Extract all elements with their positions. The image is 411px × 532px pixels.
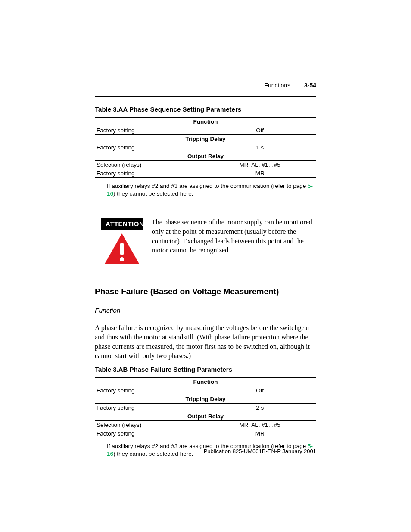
- function-subheading: Function: [95, 307, 316, 314]
- cell-label: Factory setting: [95, 386, 203, 395]
- cell-value: Off: [203, 386, 316, 395]
- cell-label: Factory setting: [95, 429, 203, 438]
- table-aa-title: Table 3.AA Phase Sequence Setting Parame…: [95, 106, 316, 113]
- attention-left: ATTENTION: [95, 218, 149, 267]
- table-row: Selection (relays) MR, AL, #1…#5: [95, 420, 316, 429]
- table-ab-header-delay: Tripping Delay: [95, 395, 316, 403]
- table-row: Factory setting MR: [95, 429, 316, 438]
- table-row: Factory setting 1 s: [95, 143, 316, 152]
- cell-value: MR, AL, #1…#5: [203, 420, 316, 429]
- table-row: Factory setting 2 s: [95, 403, 316, 412]
- phase-failure-heading: Phase Failure (Based on Voltage Measurem…: [95, 287, 316, 296]
- note-text-suffix: ) they cannot be selected here.: [113, 190, 193, 197]
- table-row: Selection (relays) MR, AL, #1…#5: [95, 161, 316, 169]
- cell-label: Factory setting: [95, 143, 203, 152]
- table-aa-header-relay: Output Relay: [95, 152, 316, 161]
- cell-label: Factory setting: [95, 126, 203, 135]
- cell-value: MR: [203, 169, 316, 178]
- attention-text: The phase sequence of the motor supply c…: [149, 218, 316, 267]
- cell-value: 2 s: [203, 403, 316, 412]
- cell-value: Off: [203, 126, 316, 135]
- note-text-suffix: ) they cannot be selected here.: [113, 451, 193, 457]
- header-section-name: Functions: [264, 82, 290, 89]
- cell-value: 1 s: [203, 143, 316, 152]
- page-header: Functions 3-54: [95, 82, 316, 89]
- cell-label: Factory setting: [95, 169, 203, 178]
- table-aa-note: If auxiliary relays #2 and #3 are assign…: [107, 182, 316, 198]
- cell-value: MR: [203, 429, 316, 438]
- table-row: Factory setting Off: [95, 126, 316, 135]
- cell-label: Factory setting: [95, 403, 203, 412]
- table-ab-header-function: Function: [95, 377, 316, 386]
- table-ab: Function Factory setting Off Tripping De…: [95, 377, 316, 438]
- table-ab-header-relay: Output Relay: [95, 412, 316, 420]
- table-aa: Function Factory setting Off Tripping De…: [95, 117, 316, 178]
- table-row: Factory setting MR: [95, 169, 316, 178]
- table-ab-title: Table 3.AB Phase Failure Setting Paramet…: [95, 366, 316, 373]
- table-row: Factory setting Off: [95, 386, 316, 395]
- table-aa-header-function: Function: [95, 118, 316, 126]
- publication-footer: Publication 825-UM001B-EN-P January 2001: [204, 448, 316, 454]
- header-rule: [95, 96, 316, 97]
- cell-label: Selection (relays): [95, 161, 203, 169]
- cell-value: MR, AL, #1…#5: [203, 161, 316, 169]
- svg-rect-0: [120, 243, 124, 255]
- phase-failure-body: A phase failure is recognized by measuri…: [95, 323, 316, 360]
- svg-point-1: [120, 257, 124, 261]
- attention-block: ATTENTION The phase sequence of the moto…: [95, 218, 316, 267]
- table-aa-header-delay: Tripping Delay: [95, 135, 316, 143]
- warning-triangle-icon: [103, 233, 140, 267]
- content-area: Table 3.AA Phase Sequence Setting Parame…: [95, 106, 316, 458]
- cell-label: Selection (relays): [95, 420, 203, 429]
- page: Functions 3-54 Table 3.AA Phase Sequence…: [0, 0, 411, 532]
- note-text-prefix: If auxiliary relays #2 and #3 are assign…: [107, 183, 308, 189]
- attention-badge: ATTENTION: [101, 218, 143, 230]
- header-page-number: 3-54: [304, 82, 316, 89]
